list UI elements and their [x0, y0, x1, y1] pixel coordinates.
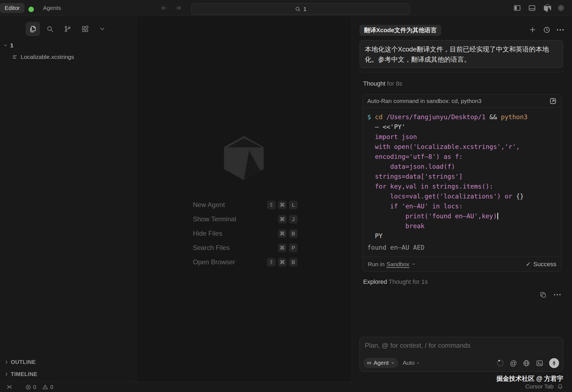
code-line: $ cd /Users/fangjunyu/Desktop/1 && pytho…: [367, 112, 556, 122]
keycap: L: [289, 201, 298, 209]
tab-agents[interactable]: Agents: [43, 0, 61, 16]
terminal-card-footer: Run in Sandbox ✓ Success: [363, 257, 561, 271]
history-clock-icon[interactable]: [543, 26, 551, 34]
search-value: 1: [303, 6, 307, 12]
watermark-text: 掘金技术社区 @ 方君宇: [497, 374, 563, 383]
keycap: ⌘: [278, 201, 287, 209]
more-options-icon[interactable]: [557, 29, 564, 31]
search-icon: [295, 6, 301, 12]
cursor-logo-icon[interactable]: [543, 4, 552, 12]
back-arrow-icon[interactable]: [160, 4, 168, 12]
errors-icon: [25, 384, 31, 390]
copy-icon[interactable]: [539, 291, 547, 298]
shortcut-keys: ⇧⌘L: [267, 201, 298, 209]
shortcut-label: Search Files: [193, 244, 230, 252]
shortcut-keys: ⌘P: [278, 244, 298, 252]
code-line: strings=data['strings']: [367, 172, 556, 181]
outline-label: OUTLINE: [11, 359, 36, 365]
run-in-label: Run in: [368, 261, 385, 268]
chevron-down-icon[interactable]: [412, 262, 416, 266]
errors-count: 0: [33, 384, 36, 390]
terminal-card: Auto-Ran command in sandbox: cd, python3…: [363, 94, 562, 272]
keycap: J: [289, 215, 298, 224]
forward-arrow-icon[interactable]: [174, 4, 182, 12]
open-external-icon[interactable]: [549, 97, 557, 105]
timeline-label: TIMELINE: [11, 371, 37, 377]
warnings-icon: [42, 384, 48, 390]
settings-gear-icon[interactable]: [557, 4, 565, 12]
chevron-down-icon: [391, 361, 395, 365]
shortcut-row[interactable]: Search Files⌘P: [193, 241, 298, 255]
model-dropdown[interactable]: Auto: [403, 360, 420, 366]
notification-bell-icon[interactable]: [557, 383, 563, 390]
code-line: locs=val.get('localizations') or {}: [367, 191, 556, 201]
toggle-left-panel-icon[interactable]: [513, 4, 521, 12]
shortcut-label: New Agent: [193, 201, 225, 209]
code-line: import json: [367, 132, 556, 142]
shortcut-row[interactable]: Show Terminal⌘J: [193, 212, 298, 226]
agent-mode-dropdown[interactable]: ∞ Agent: [363, 358, 398, 368]
web-globe-icon[interactable]: [523, 360, 530, 367]
mention-at-icon[interactable]: @: [510, 359, 517, 367]
shortcut-keys: ⌘J: [278, 215, 298, 224]
infinity-icon: ∞: [367, 359, 371, 366]
chat-title-tab[interactable]: 翻译Xcode文件为其他语言: [360, 25, 441, 36]
shortcut-row[interactable]: Open Browser⇧⌘B: [193, 255, 298, 269]
shortcut-keys: ⌘B: [278, 229, 298, 238]
search-input[interactable]: 1: [191, 3, 410, 15]
message-more-options-icon[interactable]: [554, 294, 561, 295]
explorer-tab-button[interactable]: [26, 22, 40, 36]
source-control-tab-button[interactable]: [64, 25, 71, 33]
code-line: for key,val in strings.items():: [367, 181, 556, 191]
toggle-bottom-panel-icon[interactable]: [528, 4, 536, 12]
code-line: PY: [367, 231, 556, 241]
chevron-down-icon: [416, 361, 420, 365]
shortcut-list: New Agent⇧⌘LShow Terminal⌘JHide Files⌘BS…: [193, 198, 298, 269]
attach-image-icon[interactable]: [536, 360, 543, 367]
keycap: ⇧: [267, 201, 276, 209]
chat-input-card[interactable]: Plan, @ for context, / for commands ∞ Ag…: [360, 337, 563, 372]
code-line: encoding='utf–8') as f:: [367, 152, 556, 162]
tab-editor[interactable]: Editor: [0, 3, 25, 13]
status-badge: ✓ Success: [526, 261, 556, 268]
shortcut-row[interactable]: Hide Files⌘B: [193, 226, 298, 241]
cursor-tab-status[interactable]: Cursor Tab: [525, 383, 563, 390]
explored-duration: Thought for 1s: [387, 278, 428, 285]
keycap: ⌘: [278, 244, 287, 252]
terminal-card-header: Auto-Ran command in sandbox: cd, python3: [363, 94, 561, 108]
new-chat-plus-icon[interactable]: [529, 26, 536, 34]
remote-window-icon[interactable]: [6, 384, 13, 390]
terminal-code-block: $ cd /Users/fangjunyu/Desktop/1 && pytho…: [363, 108, 561, 241]
keycap: ⌘: [278, 215, 287, 224]
search-tab-button[interactable]: [46, 25, 54, 33]
explored-summary[interactable]: Explored Thought for 1s: [363, 278, 428, 285]
usage-spinner-icon: [497, 359, 504, 367]
chevron-down-icon: [3, 43, 8, 48]
zoom-window-button[interactable]: [28, 7, 34, 12]
user-message-card[interactable]: 本地化这个Xcode翻译文件，目前已经实现了中文和英语的本地化。参考中文，翻译成…: [360, 40, 563, 68]
code-line: break: [367, 221, 556, 231]
check-icon: ✓: [526, 261, 531, 268]
tree-folder-row[interactable]: 1: [3, 41, 14, 50]
outline-section-header[interactable]: OUTLINE: [4, 357, 36, 367]
more-views-chevron-icon[interactable]: [99, 27, 105, 31]
code-line: if 'en–AU' in locs:: [367, 201, 556, 211]
shortcut-label: Show Terminal: [193, 215, 236, 223]
problems-indicator[interactable]: 0 0: [25, 384, 53, 390]
keycap: ⌘: [278, 258, 287, 266]
tree-file-row[interactable]: Localizable.xcstrings: [12, 52, 74, 62]
extensions-tab-button[interactable]: [82, 25, 89, 33]
cursor-tab-label: Cursor Tab: [525, 383, 554, 390]
strings-file-icon: [12, 54, 18, 60]
thought-summary[interactable]: Thought for 8s: [363, 80, 402, 87]
cursor-logo-large: [222, 134, 266, 182]
terminal-header-text: Auto-Ran command in sandbox: cd, python3: [367, 98, 481, 104]
sidebar: 1 Localizable.xcstrings OUTLINE TIMELINE: [0, 16, 136, 382]
shortcut-row[interactable]: New Agent⇧⌘L: [193, 198, 298, 212]
file-name: Localizable.xcstrings: [21, 54, 74, 60]
voice-mic-button[interactable]: [549, 358, 559, 368]
run-target-dropdown[interactable]: Sandbox: [387, 261, 409, 268]
timeline-section-header[interactable]: TIMELINE: [4, 369, 37, 379]
mic-icon: [551, 360, 557, 366]
warnings-count: 0: [50, 384, 53, 390]
